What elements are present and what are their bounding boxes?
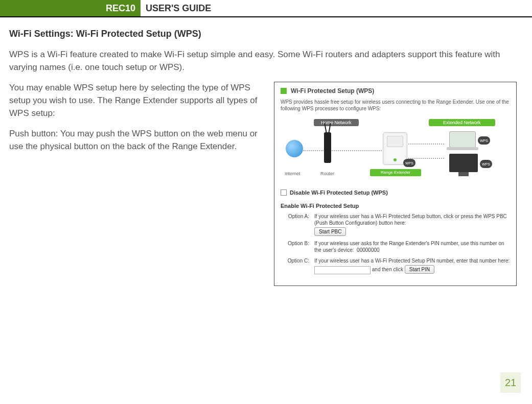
option-b-text: If your wireless user asks for the Range… xyxy=(314,241,504,253)
option-a-label: Option A: xyxy=(281,213,309,236)
intro-paragraph: WPS is a Wi-Fi feature created to make W… xyxy=(9,49,517,74)
page-number: 21 xyxy=(500,372,521,393)
wps-panel-screenshot: Wi-Fi Protected Setup (WPS) WPS provides… xyxy=(274,82,517,286)
router-caption: Router xyxy=(320,171,334,176)
and-then-text: and then click xyxy=(372,267,403,272)
panel-title: Wi-Fi Protected Setup (WPS) xyxy=(291,87,374,94)
body-paragraph-2: Push button: You may push the WPS button… xyxy=(9,128,265,153)
laptop-icon xyxy=(449,131,476,148)
internet-caption: Internet xyxy=(285,171,300,176)
extender-pin-value: 00000000 xyxy=(357,247,380,253)
wps-badge-icon: WPS xyxy=(480,160,492,168)
extended-network-label: Extended Network xyxy=(429,119,495,126)
panel-indicator-icon xyxy=(281,88,287,94)
disable-wps-label: Disable Wi-Fi Protected Setup (WPS) xyxy=(290,189,388,196)
body-paragraph-1: You may enable WPS setup here by selecti… xyxy=(9,82,265,120)
disable-wps-checkbox[interactable] xyxy=(281,189,287,196)
wps-badge-icon: WPS xyxy=(478,136,490,145)
network-diagram: Home Network Extended Network WPS WPS WP… xyxy=(281,117,510,183)
product-badge: REC10 xyxy=(0,0,141,16)
option-c-text: If your wireless user has a Wi-Fi Protec… xyxy=(314,258,510,264)
monitor-icon xyxy=(449,154,478,172)
router-icon xyxy=(324,132,331,163)
section-heading: Wi-Fi Settings: Wi-Fi Protected Setup (W… xyxy=(9,29,517,39)
home-network-label: Home Network xyxy=(314,119,359,126)
page-header: REC10 USER'S GUIDE xyxy=(0,0,532,17)
enable-wps-heading: Enable Wi-Fi Protected Setup xyxy=(281,203,510,209)
option-a-text: If your wireless user has a Wi-Fi Protec… xyxy=(314,213,507,226)
pin-input[interactable] xyxy=(314,266,371,274)
option-b-label: Option B: xyxy=(281,240,309,253)
wps-badge-icon: WPS xyxy=(403,159,415,167)
guide-title: USER'S GUIDE xyxy=(141,0,211,16)
option-c-label: Option C: xyxy=(281,257,309,274)
range-extender-caption: Range Extender xyxy=(370,169,421,176)
start-pbc-button[interactable]: Start PBC xyxy=(314,227,346,236)
internet-globe-icon xyxy=(286,140,303,157)
panel-description: WPS provides hassle free setup for wirel… xyxy=(281,99,510,112)
start-pin-button[interactable]: Start PIN xyxy=(405,265,435,274)
